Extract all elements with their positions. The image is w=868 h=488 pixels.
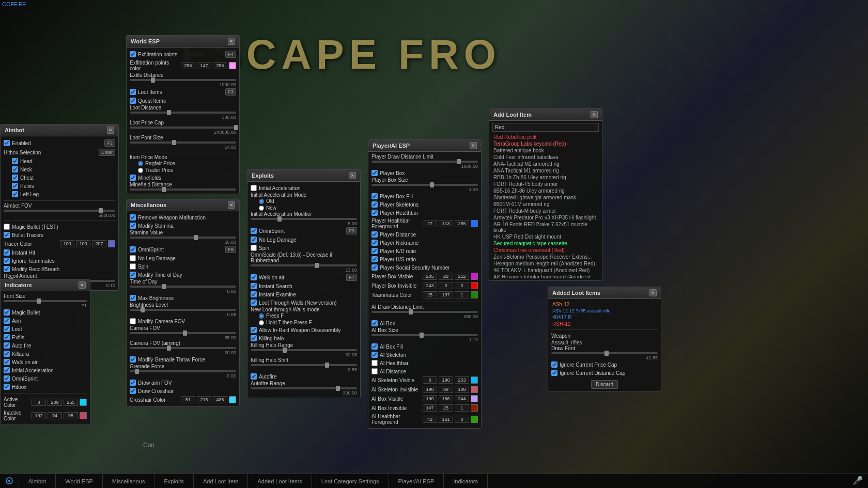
omni-sprint-checkbox[interactable] [130,246,136,253]
taskbar-indicators[interactable]: Indicators [444,474,488,488]
loot-search-input[interactable] [492,123,599,132]
autofire-checkbox[interactable] [251,373,257,380]
loot-list-item[interactable]: 4K TDI AKM-L handguard (Anodized Red) [492,267,599,274]
mode-new-radio[interactable] [259,206,264,211]
tracer-r[interactable]: 100 [60,240,74,247]
discard-btn[interactable]: Discard [591,380,618,389]
exploits-close-btn[interactable]: ✕ [349,172,356,179]
loot-list-item[interactable]: TerraGroup Labs keycard (Red) [492,140,599,147]
loot-list-item[interactable]: AR-10 Fortis RED Brake 7.62x51 muzzle br… [492,221,599,233]
exploits-spin-checkbox[interactable] [251,245,257,251]
nickname-checkbox[interactable] [371,240,378,246]
active-color-swatch[interactable] [80,399,87,406]
tm-g[interactable]: 137 [439,291,453,298]
box-v-r[interactable]: 190 [423,395,437,402]
ind-killaura[interactable] [4,351,10,357]
ai-hb-g[interactable]: 161 [439,416,453,423]
indicators-close-btn[interactable]: ✕ [79,281,86,289]
hitbox-left-leg[interactable] [12,191,18,197]
world-esp-header[interactable]: World ESP ✕ [127,36,239,48]
modify-camera-fov-checkbox[interactable] [130,318,136,324]
crosshair-color-swatch[interactable] [229,396,236,403]
vis-color-swatch[interactable] [471,273,478,280]
magic-bullet-checkbox[interactable] [4,224,10,230]
taskbar-added-loot[interactable]: Added Loot Items [248,474,312,488]
exfil-points-checkbox[interactable] [130,51,136,57]
crosshair-r[interactable]: 51 [181,396,195,403]
cam-fov-slider[interactable] [130,332,236,334]
loot-list-item[interactable]: FORT Redut-T5 body armor [492,181,599,187]
taskbar-exploits[interactable]: Exploits [154,474,194,488]
added-item-rsh12[interactable]: RSH-12 [551,321,658,327]
modify-grenade-checkbox[interactable] [130,356,136,363]
added-item-ash12[interactable]: ASh-12 [551,301,658,308]
loot-list-item[interactable]: Christmas tree ornament (Red) [492,247,599,254]
ind-exfils[interactable] [4,334,10,340]
skel-vis-r[interactable]: 0 [423,376,437,384]
skel-inv-g[interactable]: 88 [439,386,453,393]
trader-radio[interactable] [138,168,143,173]
modify-recoil-checkbox[interactable] [4,266,10,272]
misc-header[interactable]: Miscellanous ✕ [127,199,239,211]
loot-list-item[interactable]: Hexagon medium length rail (Anodized Red… [492,260,599,267]
draw-dist-slider[interactable] [371,161,478,163]
taskbar-misc[interactable]: Miscellanous [103,474,155,488]
max-brightness-checkbox[interactable] [130,295,136,301]
exfil-color-swatch[interactable] [229,62,236,69]
taskbar-loot-category[interactable]: Loot Category Settings [312,474,389,488]
tracer-g[interactable]: 100 [76,240,90,247]
hb-color-swatch[interactable] [471,220,478,227]
crosshair-b[interactable]: 435 [213,396,227,403]
box-size-slider[interactable] [371,184,478,186]
draw-aim-fov-checkbox[interactable] [130,380,136,386]
fov-slider[interactable] [4,210,115,212]
loot-walls-checkbox[interactable] [251,300,257,306]
hb-r[interactable]: 27 [423,220,437,227]
loot-price-slider[interactable] [130,127,236,129]
loot-list-item[interactable]: Armytek Predator Pro v3 XHP35 Hi flashli… [492,214,599,221]
hs-checkbox[interactable] [371,256,378,262]
distance-checkbox[interactable] [371,231,378,238]
loot-list-item[interactable]: ANA-Tactical M2 armored rig [492,161,599,167]
box-i-b[interactable]: 1 [455,404,469,412]
loot-list-item[interactable]: Red Rebel ice pick [492,134,599,140]
ind-omnisprint[interactable] [4,375,10,382]
loot-list-item[interactable]: AK Hexagon tubular handguard (Anodized R… [492,274,599,278]
active-b[interactable]: 255 [64,399,78,406]
taskbar-player-esp[interactable]: Player/AI ESP [389,474,444,488]
hb-b[interactable]: 255 [455,220,469,227]
taskbar-world-esp[interactable]: World ESP [56,474,103,488]
added-loot-header[interactable]: Added Loot Items ✕ [548,287,661,299]
player-box-checkbox[interactable] [371,170,378,176]
ai-distance-checkbox[interactable] [371,368,378,374]
box-v-swatch[interactable] [471,395,478,402]
quest-items-checkbox[interactable] [130,98,136,104]
hitbox-head[interactable] [12,158,18,164]
remove-weapon-checkbox[interactable] [130,214,136,221]
loot-list-item[interactable]: Zenit-Belomo Periscope Receiver Extens..… [492,254,599,260]
added-loot-close-btn[interactable]: ✕ [649,289,657,296]
autofire-range-slider[interactable] [251,387,357,389]
ai-hb-b[interactable]: 0 [455,416,469,423]
add-loot-header[interactable]: Add Loot Item ✕ [489,109,602,121]
box-v-b[interactable]: 244 [455,395,469,402]
loot-list-item[interactable]: 6B5-16 Zh-86 Uley armored rig [492,187,599,194]
skel-vis-swatch[interactable] [471,376,478,384]
halo-range-slider[interactable] [251,349,357,351]
minefields-checkbox[interactable] [130,175,136,181]
ind-magic-bullet[interactable] [4,309,10,316]
skel-vis-b[interactable]: 253 [455,376,469,384]
vis-g[interactable]: 28 [439,273,453,280]
ai-box-fill-checkbox[interactable] [371,343,378,350]
initial-accel-checkbox[interactable] [251,185,257,191]
misc-close-btn[interactable]: ✕ [228,201,235,209]
loot-list-item[interactable]: Shattered lightweight armored mask [492,194,599,201]
loot-list-item[interactable]: 6B31M-01M armored rig [492,201,599,208]
loot-list-item[interactable]: Secured magnetic tape cassette [492,240,599,247]
minefield-dist-slider[interactable] [130,188,236,191]
world-esp-close-btn[interactable]: ✕ [228,38,235,45]
active-g[interactable]: 209 [48,399,62,406]
crosshair-g[interactable]: 215 [197,396,211,403]
vis-r[interactable]: 205 [423,273,437,280]
ai-hb-r[interactable]: 42 [423,416,437,423]
